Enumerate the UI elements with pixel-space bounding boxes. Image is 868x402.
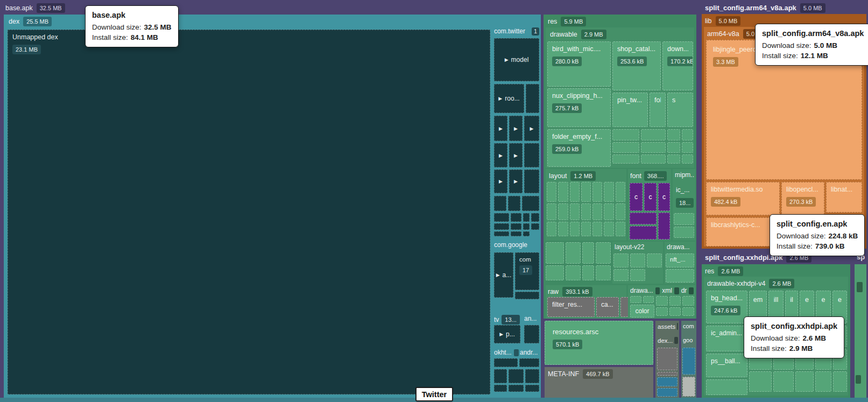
treemap-cell[interactable] — [558, 222, 568, 236]
treemap-cell[interactable] — [612, 142, 639, 153]
nft-block[interactable]: nft_... — [666, 253, 694, 267]
treemap-cell[interactable] — [815, 371, 831, 392]
raw-file-block[interactable]: filter_res... — [547, 297, 595, 317]
com-dir-header[interactable]: com — [683, 323, 696, 329]
font-file-block[interactable]: c — [630, 183, 643, 211]
treemap-cell[interactable] — [592, 182, 602, 202]
treemap-cell[interactable] — [592, 222, 602, 236]
treemap-cell[interactable] — [604, 222, 613, 236]
treemap-cell[interactable] — [581, 203, 591, 220]
package-tv-header[interactable]: tv 13... — [494, 315, 520, 325]
treemap-cell[interactable] — [581, 222, 591, 236]
treemap-cell[interactable] — [667, 154, 680, 164]
treemap-cell[interactable] — [669, 296, 681, 306]
res-file-block[interactable]: folder_empty_f... 259.0 kB — [547, 129, 611, 167]
res-file-block[interactable]: nux_clipping_h... 275.7 kB — [547, 88, 611, 127]
res-file-block[interactable]: down... 170.2 kB — [662, 41, 693, 90]
treemap-cell[interactable] — [682, 296, 694, 306]
treemap-cell[interactable] — [616, 222, 625, 236]
treemap-cell[interactable] — [509, 385, 524, 392]
treemap-cell[interactable] — [656, 307, 668, 316]
package-block[interactable] — [524, 170, 539, 193]
treemap-cell[interactable] — [525, 385, 539, 392]
package-block[interactable] — [508, 196, 520, 211]
treemap-cell[interactable] — [604, 203, 613, 220]
resources-arsc-block[interactable]: resources.arsc 570.1 kB — [545, 321, 653, 365]
treemap-cell[interactable] — [641, 142, 666, 153]
assets-dex-label[interactable]: dex... — [658, 337, 678, 344]
treemap-cell[interactable] — [546, 242, 564, 264]
com-dir-file-block[interactable] — [682, 348, 695, 375]
mipmap-ic-label[interactable]: ic_... — [676, 186, 689, 194]
treemap-cell[interactable] — [596, 265, 611, 280]
package-block[interactable] — [515, 292, 539, 299]
treemap-cell[interactable] — [616, 182, 625, 202]
com-dir-file-block[interactable] — [682, 377, 695, 397]
font-file-block[interactable]: c — [644, 183, 657, 211]
treemap-cell[interactable] — [570, 222, 580, 236]
xxhdpi-file-block[interactable]: ps__ball... — [706, 354, 747, 377]
package-block[interactable]: ▶ — [509, 143, 523, 167]
treemap-cell[interactable] — [547, 182, 556, 202]
treemap-cell[interactable] — [833, 371, 847, 392]
treemap-cell[interactable] — [523, 231, 530, 236]
treemap-cell[interactable] — [682, 129, 693, 140]
treemap-cell[interactable] — [674, 227, 694, 238]
assets-header[interactable]: assets — [658, 323, 678, 330]
package-block[interactable]: ▶ — [509, 170, 523, 193]
font-file-block[interactable]: c — [658, 183, 670, 211]
treemap-cell[interactable] — [509, 369, 524, 383]
base-apk-header[interactable]: base.apk 32.5 MB — [5, 3, 65, 13]
package-okht-header[interactable]: okht... — [494, 349, 519, 356]
package-a-block[interactable]: ▶ a... — [494, 252, 513, 298]
arm64-apk-header[interactable]: split_config.arm64_v8a.apk 5.0 MB — [705, 3, 825, 13]
treemap-cell[interactable] — [643, 296, 654, 303]
package-block[interactable]: ▶ — [494, 116, 507, 141]
treemap-cell[interactable] — [613, 253, 629, 267]
lib-header[interactable]: lib 5.0 MB — [705, 16, 740, 26]
treemap-cell[interactable] — [494, 369, 507, 383]
treemap-cell[interactable] — [494, 213, 509, 222]
treemap-cell[interactable] — [641, 154, 666, 164]
package-block[interactable]: ▶ — [494, 170, 507, 193]
treemap-cell[interactable] — [656, 296, 668, 306]
package-block[interactable] — [494, 196, 506, 211]
xxhdpi-res-header[interactable]: res 2.6 MB — [705, 266, 743, 276]
treemap-cell[interactable] — [613, 269, 629, 281]
package-com-block[interactable]: com 17 — [515, 252, 539, 290]
unmapped-dex-block[interactable]: Unmapped dex 23.1 MB — [8, 30, 490, 394]
assets-file-block[interactable] — [657, 388, 678, 397]
dex-header[interactable]: dex 25.5 MB — [9, 17, 52, 26]
treemap-cell[interactable] — [667, 129, 680, 140]
assets-file-block[interactable] — [657, 377, 678, 386]
package-block[interactable] — [526, 84, 539, 113]
res-file-block[interactable] — [666, 269, 694, 283]
treemap-cell[interactable] — [630, 296, 641, 303]
package-com-twitter-header[interactable]: com.twitter 1 — [494, 27, 539, 36]
treemap-cell[interactable] — [546, 265, 564, 280]
drawable2-header[interactable]: drawa... — [667, 243, 694, 251]
package-an-header[interactable]: an... — [524, 315, 539, 322]
package-model-block[interactable]: ▶ model — [494, 38, 539, 81]
treemap-cell[interactable] — [547, 203, 556, 220]
package-block[interactable] — [519, 358, 539, 367]
treemap-cell[interactable] — [749, 371, 772, 392]
xxhdpi-drawable-header[interactable]: drawable-xxhdpi-v4 2.6 MB — [707, 279, 794, 288]
treemap-cell[interactable] — [641, 129, 666, 140]
treemap-cell[interactable] — [682, 307, 694, 316]
package-block[interactable] — [494, 358, 518, 367]
package-andr-header[interactable]: andr... — [520, 349, 539, 356]
treemap-cell[interactable] — [511, 231, 521, 236]
treemap-cell[interactable] — [570, 203, 580, 220]
treemap-cell[interactable] — [682, 154, 693, 164]
res-file-block[interactable]: fol — [650, 93, 666, 127]
treemap-cell[interactable] — [674, 213, 694, 225]
treemap-cell[interactable] — [547, 222, 556, 236]
xxhdpi-file-block[interactable]: bg_head... 247.6 kB — [706, 291, 747, 323]
font-header[interactable]: font 368.... — [630, 171, 670, 181]
color-block[interactable]: color — [630, 305, 654, 318]
treemap-cell[interactable] — [511, 213, 521, 222]
treemap-cell[interactable] — [566, 265, 581, 280]
assets-file-block[interactable] — [657, 348, 678, 370]
treemap-cell[interactable] — [647, 253, 662, 267]
